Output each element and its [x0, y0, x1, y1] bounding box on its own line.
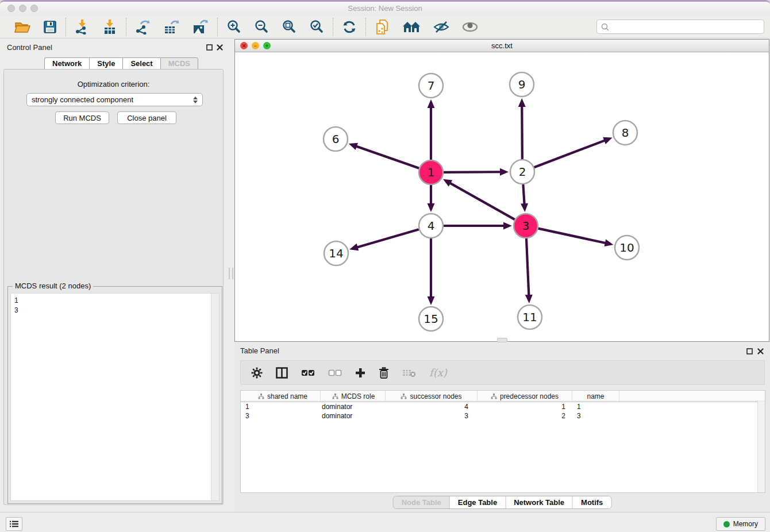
mcds-result-line: 3: [14, 306, 215, 315]
horizontal-splitter-grip[interactable]: [497, 338, 507, 342]
network-window-title-bar: ✕ − + scc.txt: [235, 40, 769, 52]
control-panel-tabs: Network Style Select MCDS: [44, 57, 198, 70]
criterion-select[interactable]: strongly connected component: [26, 93, 203, 106]
zoom-selected-button[interactable]: [308, 18, 325, 36]
column-header-name[interactable]: name: [572, 391, 619, 402]
cell-shared-name[interactable]: 1: [241, 403, 321, 411]
export-table-button[interactable]: [163, 18, 181, 36]
cell-predecessor-nodes[interactable]: 2: [478, 412, 572, 420]
graph-node-label: 10: [619, 241, 634, 255]
refresh-icon: [342, 20, 357, 34]
zoom-in-button[interactable]: [225, 18, 242, 36]
home-button[interactable]: [401, 19, 422, 35]
status-bar: Memory: [0, 512, 770, 532]
table-scrollbar[interactable]: [757, 402, 765, 492]
tab-style[interactable]: Style: [89, 57, 122, 70]
import-table-button[interactable]: [101, 18, 118, 36]
mcds-result-area[interactable]: 1 3: [10, 293, 220, 501]
search-input[interactable]: [612, 22, 760, 32]
column-header-predecessor-nodes[interactable]: predecessor nodes: [478, 391, 572, 402]
export-image-button[interactable]: [191, 18, 210, 36]
cell-name[interactable]: 1: [572, 403, 619, 411]
mcds-panel-body: Optimization criterion: strongly connect…: [3, 69, 224, 505]
memory-button[interactable]: Memory: [716, 517, 765, 531]
show-graphics-details-button[interactable]: [461, 19, 479, 35]
zoom-out-button[interactable]: [253, 18, 270, 36]
table-row[interactable]: 1 dominator 4 1 1: [241, 402, 765, 411]
open-session-button[interactable]: [13, 19, 32, 35]
tab-node-table[interactable]: Node Table: [394, 496, 450, 508]
float-table-panel-icon[interactable]: [746, 348, 753, 354]
float-panel-icon[interactable]: [206, 44, 213, 51]
select-all-columns-button[interactable]: [300, 368, 316, 378]
mcds-result-group: MCDS result (2 nodes) 1 3: [7, 286, 222, 504]
delete-table-button[interactable]: [401, 367, 417, 379]
task-history-button[interactable]: [6, 517, 22, 531]
tab-motifs[interactable]: Motifs: [573, 496, 611, 508]
close-table-panel-icon[interactable]: [757, 348, 764, 354]
node-table: shared name MCDS role successor nodes pr…: [240, 390, 765, 493]
network-view-window: ✕ − + scc.txt 7968124314101511: [234, 39, 769, 342]
application-window: Session: New Session: [0, 0, 770, 532]
graph-node-label: 2: [519, 165, 526, 179]
cell-successor-nodes[interactable]: 4: [386, 403, 478, 411]
toolbar-search[interactable]: [596, 20, 764, 34]
close-panel-button[interactable]: Close panel: [117, 111, 176, 124]
zoom-fit-button[interactable]: [280, 18, 298, 36]
tab-network-table[interactable]: Network Table: [506, 496, 573, 508]
mcds-result-title: MCDS result (2 nodes): [13, 282, 93, 290]
trash-icon: [379, 367, 389, 379]
save-session-button[interactable]: [42, 19, 58, 35]
copy-current-view-button[interactable]: [374, 18, 391, 36]
table-row[interactable]: 3 dominator 3 2 3: [241, 411, 765, 421]
table-settings-button[interactable]: [250, 366, 264, 380]
cell-name[interactable]: 3: [572, 412, 619, 420]
unchecked-boxes-icon: [328, 369, 342, 377]
optimization-criterion-label: Optimization criterion:: [4, 80, 223, 88]
refresh-view-button[interactable]: [341, 18, 358, 36]
column-header-filler: [619, 391, 765, 402]
control-panel-title: Control Panel: [7, 43, 52, 52]
deselect-all-columns-button[interactable]: [327, 368, 343, 378]
cell-successor-nodes[interactable]: 3: [386, 412, 478, 420]
hide-graphics-details-button[interactable]: [432, 19, 451, 35]
tab-network[interactable]: Network: [44, 57, 89, 70]
column-header-shared-name[interactable]: shared name: [241, 391, 321, 402]
cell-predecessor-nodes[interactable]: 1: [478, 403, 572, 411]
import-network-button[interactable]: [74, 18, 91, 36]
graph-node-label: 8: [622, 126, 629, 140]
graph-node-label: 15: [424, 312, 438, 326]
cell-shared-name[interactable]: 3: [241, 412, 321, 420]
column-header-successor-nodes[interactable]: successor nodes: [386, 391, 478, 402]
network-graph[interactable]: 7968124314101511: [235, 52, 769, 341]
graph-node-label: 11: [522, 310, 537, 324]
control-panel: Control Panel Network Style Select MCDS …: [0, 38, 228, 512]
network-canvas[interactable]: 7968124314101511: [235, 52, 769, 341]
panel-splitter-grip[interactable]: [229, 268, 233, 279]
cell-mcds-role[interactable]: dominator: [321, 412, 386, 420]
search-icon: [601, 23, 609, 31]
zoom-selected-icon: [309, 20, 324, 34]
tab-edge-table[interactable]: Edge Table: [450, 496, 506, 508]
export-table-icon: [164, 20, 180, 34]
table-toolbar: f(x): [240, 360, 765, 385]
cell-mcds-role[interactable]: dominator: [321, 403, 386, 411]
close-panel-icon[interactable]: [216, 44, 223, 51]
add-column-button[interactable]: [354, 367, 367, 379]
delete-column-button[interactable]: [378, 366, 390, 380]
tab-mcds[interactable]: MCDS: [160, 57, 198, 70]
import-network-icon: [75, 20, 90, 34]
export-network-button[interactable]: [134, 18, 152, 36]
tab-select[interactable]: Select: [122, 57, 160, 70]
save-icon: [43, 20, 57, 34]
graph-node-label: 7: [428, 79, 435, 92]
run-mcds-button[interactable]: Run MCDS: [55, 111, 109, 124]
window-title: Session: New Session: [0, 4, 770, 13]
result-scrollbar[interactable]: [211, 294, 219, 500]
split-view-button[interactable]: [275, 366, 289, 380]
column-header-mcds-role[interactable]: MCDS role: [321, 391, 386, 402]
zoom-in-icon: [226, 20, 241, 34]
zoom-fit-icon: [282, 20, 297, 34]
function-builder-button[interactable]: f(x): [428, 365, 448, 380]
list-icon: [10, 520, 18, 528]
